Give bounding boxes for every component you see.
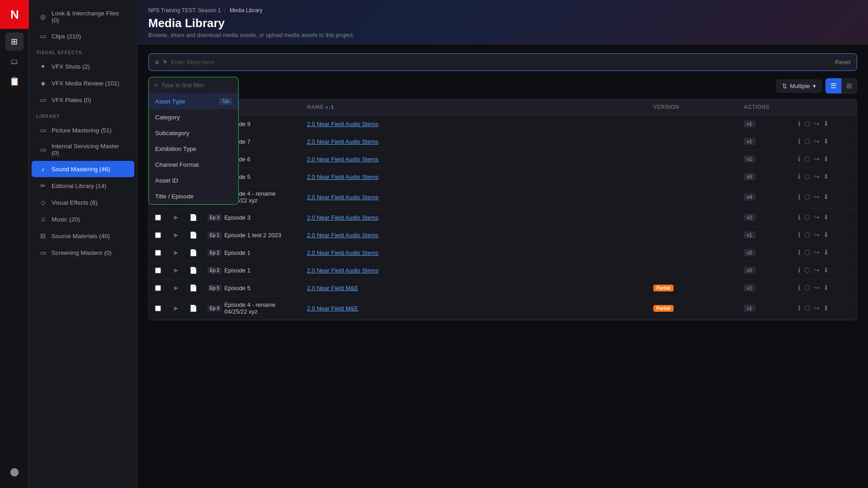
filter-input[interactable] (171, 59, 831, 66)
info-icon[interactable]: ℹ (798, 155, 801, 163)
clipboard-nav-icon[interactable]: 📋 (5, 72, 24, 90)
asset-name-link[interactable]: 2.0 Near Field Audio Stems (307, 249, 378, 256)
asset-name-link[interactable]: 2.0 Near Field Audio Stems (307, 156, 378, 163)
download-icon[interactable]: ⬇ (823, 284, 829, 292)
sidebar-item-vfx-shots[interactable]: ✦ VFX Shots (2) (32, 58, 134, 75)
info-icon[interactable]: ℹ (798, 284, 801, 292)
filter-option-asset-id[interactable]: Asset ID (149, 173, 238, 188)
download-icon[interactable]: ⬇ (823, 213, 829, 221)
asset-name-link[interactable]: 2.0 Near Field Audio Stems (307, 138, 378, 145)
row-checkbox[interactable] (155, 215, 161, 221)
forward-icon[interactable]: ↪ (814, 266, 820, 274)
filter-search-input[interactable] (161, 82, 233, 89)
download-icon[interactable]: ⬇ (823, 193, 829, 201)
download-icon[interactable]: ⬇ (823, 249, 829, 257)
filter-option-asset-type[interactable]: Asset Type Tab (149, 94, 238, 109)
row-checkbox[interactable] (155, 305, 161, 311)
asset-name-link[interactable]: 2.0 Near Field Audio Stems (307, 232, 378, 239)
forward-icon[interactable]: ↪ (814, 120, 820, 128)
forward-icon[interactable]: ↪ (814, 155, 820, 163)
sidebar-item-editorial-library[interactable]: ✂ Editorial Library (14) (32, 178, 134, 194)
share-icon[interactable]: ⬡ (804, 249, 810, 257)
filter-option-title-episode[interactable]: Title / Episode (149, 188, 238, 204)
info-icon[interactable]: ℹ (798, 266, 801, 274)
row-expand-button[interactable]: ▶ (174, 305, 178, 311)
row-expand-button[interactable]: ▶ (174, 232, 178, 238)
share-icon[interactable]: ⬡ (804, 193, 810, 201)
share-icon[interactable]: ⬡ (804, 173, 810, 181)
share-icon[interactable]: ⬡ (804, 231, 810, 239)
share-icon[interactable]: ⬡ (804, 120, 810, 128)
sidebar-item-visual-effects[interactable]: ◇ Visual Effects (8) (32, 194, 134, 211)
row-expand-button[interactable]: ▶ (174, 249, 178, 256)
share-icon[interactable]: ⬡ (804, 304, 810, 312)
download-icon[interactable]: ⬇ (823, 304, 829, 312)
forward-icon[interactable]: ↪ (814, 284, 820, 292)
reset-button[interactable]: Reset (835, 59, 850, 66)
sidebar-item-sound-mastering[interactable]: ♪ Sound Mastering (46) (32, 161, 134, 177)
filter-option-subcategory[interactable]: Subcategory (149, 125, 238, 141)
asset-name-link[interactable]: 2.0 Near Field Audio Stems (307, 214, 378, 221)
row-checkbox[interactable] (155, 232, 161, 238)
sidebar-item-vfx-media-review[interactable]: ◈ VFX Media Review (101) (32, 75, 134, 91)
share-icon[interactable]: ⬡ (804, 155, 810, 163)
forward-icon[interactable]: ↪ (814, 137, 820, 145)
add-filter-icon[interactable]: + (163, 57, 168, 67)
filter-bar[interactable]: ≡ + Reset (148, 53, 857, 71)
share-icon[interactable]: ⬡ (804, 266, 810, 274)
info-icon[interactable]: ℹ (798, 120, 801, 128)
info-icon[interactable]: ℹ (798, 173, 801, 181)
download-icon[interactable]: ⬇ (823, 155, 829, 163)
forward-icon[interactable]: ↪ (814, 173, 820, 181)
info-icon[interactable]: ℹ (798, 249, 801, 257)
share-icon[interactable]: ⬡ (804, 213, 810, 221)
sidebar-item-vfx-plates[interactable]: ▭ VFX Plates (0) (32, 92, 134, 108)
episode-title: Episode 3 (224, 214, 250, 221)
row-expand-button[interactable]: ▶ (174, 285, 178, 291)
forward-icon[interactable]: ↪ (814, 304, 820, 312)
forward-icon[interactable]: ↪ (814, 213, 820, 221)
info-icon[interactable]: ℹ (798, 213, 801, 221)
row-expand-button[interactable]: ▶ (174, 214, 178, 221)
list-view-button[interactable]: ☰ (826, 78, 841, 94)
sidebar-item-picture-mastering[interactable]: ▭ Picture Mastering (51) (32, 122, 134, 138)
download-icon[interactable]: ⬇ (823, 231, 829, 239)
info-icon[interactable]: ℹ (798, 137, 801, 145)
grid-view-button[interactable]: ⊞ (841, 78, 857, 94)
row-checkbox[interactable] (155, 267, 161, 273)
asset-name-link[interactable]: 2.0 Near Field Audio Stems (307, 174, 378, 180)
download-icon[interactable]: ⬇ (823, 137, 829, 145)
sidebar-item-clips[interactable]: ▭ Clips (210) (32, 28, 134, 44)
row-checkbox[interactable] (155, 285, 161, 291)
download-icon[interactable]: ⬇ (823, 173, 829, 181)
download-icon[interactable]: ⬇ (823, 120, 829, 128)
download-icon[interactable]: ⬇ (823, 266, 829, 274)
sidebar-item-source-materials[interactable]: ⊟ Source Materials (40) (32, 228, 134, 244)
forward-icon[interactable]: ↪ (814, 249, 820, 257)
media-library-nav-icon[interactable]: ⊞ (5, 33, 24, 51)
asset-name-link[interactable]: 2.0 Near Field M&E (307, 285, 358, 291)
filter-option-exhibition-type[interactable]: Exhibition Type (149, 141, 238, 157)
filter-option-category[interactable]: Category (149, 109, 238, 125)
sidebar-item-music[interactable]: ♫ Music (20) (32, 211, 134, 227)
folder-nav-icon[interactable]: 🗂 (5, 52, 24, 70)
info-icon[interactable]: ℹ (798, 231, 801, 239)
forward-icon[interactable]: ↪ (814, 193, 820, 201)
asset-name-link[interactable]: 2.0 Near Field Audio Stems (307, 121, 378, 127)
asset-name-link[interactable]: 2.0 Near Field Audio Stems (307, 267, 378, 274)
row-expand-button[interactable]: ▶ (174, 267, 178, 273)
row-checkbox[interactable] (155, 250, 161, 256)
asset-name-link[interactable]: 2.0 Near Field M&E (307, 305, 358, 312)
share-icon[interactable]: ⬡ (804, 137, 810, 145)
info-icon[interactable]: ℹ (798, 304, 801, 312)
asset-name-link[interactable]: 2.0 Near Field Audio Stems (307, 194, 378, 201)
user-avatar-icon[interactable]: ⬤ (5, 463, 24, 481)
sidebar-item-internal-servicing[interactable]: ▭ Internal Servicing Master (0) (32, 139, 134, 160)
sort-button[interactable]: ⇅ Multiple ▾ (776, 80, 822, 93)
sidebar-item-screening-masters[interactable]: ▭ Screening Masters (0) (32, 244, 134, 261)
forward-icon[interactable]: ↪ (814, 231, 820, 239)
sidebar-item-look-interchange[interactable]: ◎ Look & Interchange Files (0) (32, 6, 134, 28)
share-icon[interactable]: ⬡ (804, 284, 810, 292)
filter-option-channel-format[interactable]: Channel Format (149, 157, 238, 173)
info-icon[interactable]: ℹ (798, 193, 801, 201)
